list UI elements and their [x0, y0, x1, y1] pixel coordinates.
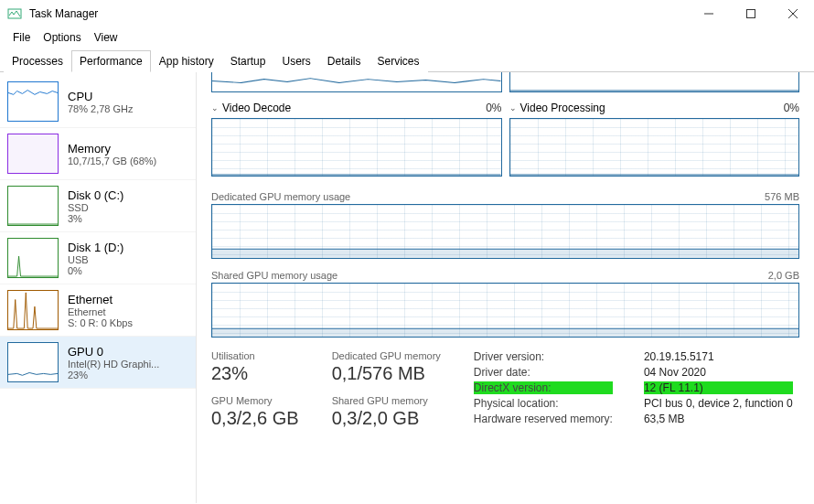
sidebar: CPU 78% 2,78 GHz Memory 10,7/15,7 GB (68… [0, 72, 197, 503]
sidebar-sub2: S: 0 R: 0 Kbps [68, 317, 133, 328]
sidebar-label: Memory [68, 142, 156, 155]
sidebar-sub: Ethernet [68, 306, 133, 317]
tab-startup[interactable]: Startup [222, 50, 274, 72]
disk0-thumbnail-chart [7, 186, 59, 226]
svg-rect-2 [747, 10, 755, 18]
chart-dedicated-memory [211, 204, 799, 259]
disk1-thumbnail-chart [7, 238, 59, 278]
tab-services[interactable]: Services [370, 50, 428, 72]
tab-details[interactable]: Details [319, 50, 370, 72]
sidebar-sub2: 3% [68, 213, 123, 224]
section-label: Shared GPU memory usage [211, 270, 337, 281]
sidebar-label: Disk 1 (D:) [68, 241, 123, 254]
cpu-thumbnail-chart [7, 81, 59, 122]
info-value: PCI bus 0, device 2, function 0 [644, 397, 793, 410]
sidebar-sub: Intel(R) HD Graphi... [68, 359, 159, 370]
task-manager-icon [7, 6, 22, 21]
gpu-info-table: Driver version: 20.19.15.5171 Driver dat… [474, 350, 793, 429]
section-value: 0% [486, 102, 501, 114]
info-key: Driver date: [474, 366, 613, 379]
info-key-directx: DirectX version: [474, 381, 613, 394]
menu-file[interactable]: File [7, 29, 36, 46]
menubar: File Options View [0, 27, 814, 49]
chevron-down-icon: ⌄ [509, 103, 517, 113]
close-button[interactable] [772, 0, 814, 27]
section-shared-memory: Shared GPU memory usage 2,0 GB [211, 270, 799, 281]
minimize-button[interactable] [688, 0, 730, 27]
svg-rect-5 [8, 134, 58, 173]
tab-performance[interactable]: Performance [71, 50, 151, 72]
menu-view[interactable]: View [89, 29, 123, 46]
sidebar-label: Ethernet [68, 293, 133, 306]
tab-users[interactable]: Users [273, 50, 318, 72]
window-title: Task Manager [29, 7, 98, 20]
gpu0-thumbnail-chart [7, 342, 59, 382]
tab-app-history[interactable]: App history [151, 50, 222, 72]
sidebar-sub: SSD [68, 202, 123, 213]
chart-video-decode [211, 118, 502, 177]
info-value-directx: 12 (FL 11.1) [644, 381, 793, 394]
section-video-processing[interactable]: ⌄ Video Processing 0% [509, 102, 800, 114]
section-value: 2,0 GB [768, 270, 799, 281]
sidebar-label: CPU [68, 90, 134, 103]
top-chart-row [211, 72, 799, 92]
section-dedicated-memory: Dedicated GPU memory usage 576 MB [211, 191, 799, 202]
stat-label: Shared GPU memory [332, 395, 441, 406]
stat-label: Dedicated GPU memory [332, 350, 441, 361]
info-key: Driver version: [474, 350, 613, 363]
info-value: 04 Nov 2020 [644, 366, 793, 379]
stat-value: 0,3/2,6 GB [211, 408, 299, 429]
sidebar-sub: 78% 2,78 GHz [68, 103, 134, 114]
ethernet-thumbnail-chart [7, 290, 59, 330]
maximize-button[interactable] [730, 0, 772, 27]
stat-value: 23% [211, 363, 299, 384]
sidebar-sub2: 0% [68, 265, 123, 276]
section-value: 576 MB [765, 191, 799, 202]
info-key: Physical location: [474, 397, 613, 410]
svg-marker-11 [212, 328, 798, 337]
gpu-details-pane: ⌄ Video Decode 0% ⌄ Video Processing 0% … [197, 72, 814, 503]
sidebar-label: GPU 0 [68, 345, 159, 359]
sidebar-label: Disk 0 (C:) [68, 188, 123, 202]
sidebar-sub: 10,7/15,7 GB (68%) [68, 155, 156, 166]
sidebar-item-memory[interactable]: Memory 10,7/15,7 GB (68%) [0, 128, 196, 180]
section-label: Video Decode [222, 102, 291, 114]
section-label: Video Processing [520, 102, 605, 114]
chart-3d-partial [211, 72, 502, 92]
svg-marker-9 [212, 249, 798, 258]
info-value: 63,5 MB [644, 413, 793, 425]
sidebar-item-gpu0[interactable]: GPU 0 Intel(R) HD Graphi... 23% [0, 337, 196, 389]
section-video-decode[interactable]: ⌄ Video Decode 0% [211, 102, 502, 114]
sidebar-item-ethernet[interactable]: Ethernet Ethernet S: 0 R: 0 Kbps [0, 284, 196, 337]
stat-utilisation: Utilisation 23% GPU Memory 0,3/2,6 GB [211, 350, 299, 429]
stat-value: 0,3/2,0 GB [332, 408, 441, 429]
stat-dedicated: Dedicated GPU memory 0,1/576 MB Shared G… [332, 350, 441, 429]
stat-value: 0,1/576 MB [332, 363, 441, 384]
section-label: Dedicated GPU memory usage [211, 191, 350, 202]
main: CPU 78% 2,78 GHz Memory 10,7/15,7 GB (68… [0, 72, 814, 503]
info-value: 20.19.15.5171 [644, 350, 793, 363]
chevron-down-icon: ⌄ [211, 103, 219, 113]
sidebar-sub: USB [68, 254, 123, 265]
stat-label: GPU Memory [211, 395, 299, 406]
menu-options[interactable]: Options [37, 29, 86, 46]
sidebar-item-cpu[interactable]: CPU 78% 2,78 GHz [0, 76, 196, 128]
stats-row: Utilisation 23% GPU Memory 0,3/2,6 GB De… [211, 350, 799, 429]
stat-label: Utilisation [211, 350, 299, 361]
memory-thumbnail-chart [7, 134, 59, 174]
chart-shared-memory [211, 283, 799, 338]
sidebar-item-disk0[interactable]: Disk 0 (C:) SSD 3% [0, 180, 196, 232]
sidebar-item-disk1[interactable]: Disk 1 (D:) USB 0% [0, 232, 196, 284]
chart-video-processing [509, 118, 800, 177]
info-key: Hardware reserved memory: [474, 413, 613, 425]
section-value: 0% [784, 102, 799, 114]
sidebar-sub2: 23% [68, 370, 159, 381]
titlebar: Task Manager [0, 0, 814, 27]
chart-copy-partial [509, 72, 800, 92]
tab-processes[interactable]: Processes [4, 50, 71, 72]
tabs: Processes Performance App history Startu… [0, 49, 814, 72]
